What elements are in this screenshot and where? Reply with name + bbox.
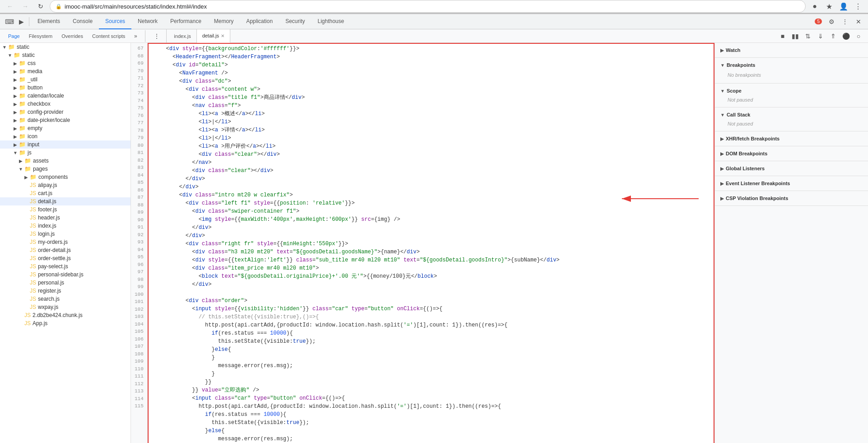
no-breakpoints-text: No breakpoints [728,71,863,79]
tab-application[interactable]: Application [240,14,279,29]
tree-item-pay-select[interactable]: JS pay-select.js [0,262,131,270]
tree-item-order-detail[interactable]: JS order-detail.js [0,246,131,254]
arrow-icon: ▶ [13,85,18,90]
arrow-icon: ▶ [13,69,18,74]
tree-item-root-static[interactable]: ▼ 📁 static [0,43,131,51]
dont-pause-exceptions-button[interactable]: ○ [853,30,864,42]
tree-item-empty[interactable]: ▶ 📁 empty [0,124,131,132]
address-bar[interactable]: 🔒 imooc-mall/src/main/resources/static/i… [50,0,806,13]
secondary-more-button[interactable]: ⋮ [151,30,163,42]
close-devtools-button[interactable]: ✕ [853,16,864,28]
tab-network[interactable]: Network [131,14,164,29]
tree-item-order-settle[interactable]: JS order-settle.js [0,254,131,262]
tree-item-css[interactable]: ▶ 📁 css [0,59,131,67]
tree-item-login[interactable]: JS login.js [0,230,131,238]
more-secondary-button[interactable]: » [130,30,141,42]
tree-item-search[interactable]: JS search.js [0,295,131,303]
scope-header[interactable]: ▼ Scope [720,86,863,95]
deactivate-breakpoints-button[interactable]: ⚫ [840,30,852,42]
code-editor[interactable]: 6768697071 7273747576 7778798081 8283848… [131,43,714,443]
tab-security[interactable]: Security [279,14,311,29]
tree-item-button[interactable]: ▶ 📁 button [0,84,131,92]
expand-editor-button[interactable]: ■ [777,30,789,42]
scope-arrow-icon: ▼ [720,89,725,93]
tree-item-assets[interactable]: ▶ 📁 assets [0,157,131,165]
folder-icon: 📁 [19,101,26,107]
secondary-tab-filesystem[interactable]: Filesystem [24,33,57,40]
code-line-92: <div class="h3 ml20 mt20" text="${goodsD… [153,248,709,256]
tree-item-input[interactable]: ▶ 📁 input [0,140,131,149]
tree-item-pages[interactable]: ▼ 📁 pages [0,165,131,173]
tree-item-wxpay[interactable]: JS wxpay.js [0,303,131,311]
tree-label: register.js [38,288,61,294]
event-section: ▶ Event Listener Breakpoints [715,176,868,191]
js-icon: JS [30,263,36,270]
secondary-tab-overrides[interactable]: Overrides [57,33,88,40]
tree-item-personal[interactable]: JS personal.js [0,279,131,287]
tree-item-personal-sidebar[interactable]: JS personal-sidebar.js [0,270,131,279]
step-into-button[interactable]: ⇓ [815,30,826,42]
tree-item-index[interactable]: JS index.js [0,222,131,230]
tab-elements[interactable]: Elements [31,14,66,29]
tab-sources[interactable]: Sources [99,14,131,29]
code-content[interactable]: <div style={{backgroundColor:'#ffffff'}}… [148,43,714,443]
folder-icon: 📁 [19,68,26,75]
close-detailjs-icon[interactable]: ✕ [221,33,224,38]
step-out-button[interactable]: ⇑ [827,30,839,42]
secondary-tab-page[interactable]: Page [4,33,24,40]
event-header[interactable]: ▶ Event Listener Breakpoints [720,179,863,188]
tree-item-calendar[interactable]: ▶ 📁 calendar/locale [0,92,131,100]
tree-item-chunk[interactable]: JS 2.db2be424.chunk.js [0,311,131,319]
arrow-icon: ▶ [13,126,18,131]
csp-header[interactable]: ▶ CSP Violation Breakpoints [720,194,863,203]
arrow-icon [23,305,29,310]
tree-item-my-orders[interactable]: JS my-orders.js [0,238,131,246]
device-toggle-button[interactable]: ⌨ [4,16,15,28]
js-icon: JS [30,288,36,294]
tree-item-footer[interactable]: JS footer.js [0,205,131,214]
global-header[interactable]: ▶ Global Listeners [720,164,863,173]
tab-performance[interactable]: Performance [164,14,208,29]
xhr-arrow-icon: ▶ [720,136,724,141]
watch-arrow-icon: ▶ [720,48,724,53]
watch-header[interactable]: ▶ Watch [720,46,863,55]
tree-item-detail[interactable]: JS detail.js [0,197,131,205]
dom-header[interactable]: ▶ DOM Breakpoints [720,149,863,158]
call-stack-header[interactable]: ▼ Call Stack [720,110,863,119]
extensions-button[interactable]: ● [808,0,821,13]
file-tab-detailjs[interactable]: detail.js ✕ [197,29,230,43]
code-line-70: <NavFragment /> [153,69,709,77]
breakpoints-header[interactable]: ▼ Breakpoints [720,61,863,70]
account-button[interactable]: 👤 [837,0,850,13]
reload-button[interactable]: ↻ [34,0,47,13]
bookmarks-button[interactable]: ★ [823,0,835,13]
tree-item-header[interactable]: JS header.js [0,214,131,222]
inspect-button[interactable]: ▶ [15,16,27,28]
more-tools-button[interactable]: ⋮ [839,16,851,28]
tree-item-util[interactable]: ▶ 📁 _util [0,75,131,84]
tree-item-media[interactable]: ▶ 📁 media [0,67,131,75]
file-tab-indexjs[interactable]: index.js [168,29,196,43]
tree-item-static[interactable]: ▼ 📁 static [0,51,131,59]
pause-resume-button[interactable]: ▮▮ [789,30,801,42]
tree-item-checkbox[interactable]: ▶ 📁 checkbox [0,100,131,108]
forward-button[interactable]: → [19,0,32,13]
back-button[interactable]: ← [4,0,16,13]
secondary-tab-content-scripts[interactable]: Content scripts [88,33,130,40]
menu-button[interactable]: ⋮ [852,0,864,13]
xhr-header[interactable]: ▶ XHR/fetch Breakpoints [720,134,863,143]
tree-item-icon[interactable]: ▶ 📁 icon [0,132,131,140]
tree-item-js[interactable]: ▼ 📁 js [0,149,131,157]
tree-item-config-provider[interactable]: ▶ 📁 config-provider [0,108,131,116]
tree-item-register[interactable]: JS register.js [0,287,131,295]
tree-item-app[interactable]: JS App.js [0,319,131,327]
settings-button[interactable]: ⚙ [826,16,837,28]
tree-item-date-picker[interactable]: ▶ 📁 date-picker/locale [0,116,131,124]
tree-item-components[interactable]: ▶ 📁 components [0,173,131,181]
tab-console[interactable]: Console [66,14,99,29]
tree-item-cart[interactable]: JS cart.js [0,189,131,197]
tab-lighthouse[interactable]: Lighthouse [311,14,350,29]
step-over-button[interactable]: ⇅ [802,30,814,42]
tree-item-alipay[interactable]: JS alipay.js [0,181,131,189]
tab-memory[interactable]: Memory [208,14,240,29]
